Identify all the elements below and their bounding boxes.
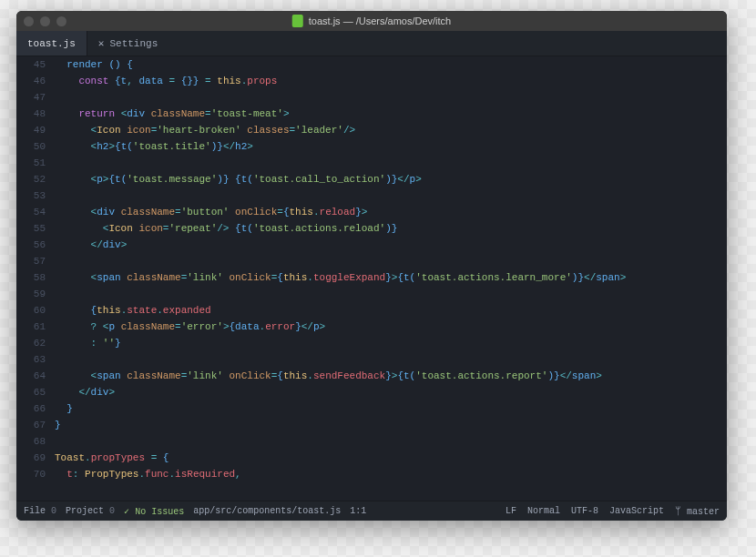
- line-number: 69: [16, 450, 46, 466]
- check-icon: [124, 507, 129, 517]
- code-line[interactable]: [55, 286, 727, 302]
- encoding[interactable]: UTF-8: [571, 506, 598, 516]
- traffic-lights: [24, 16, 66, 26]
- code-line[interactable]: ? <p className='error'>{data.error}</p>: [55, 319, 727, 335]
- code-line[interactable]: render () {: [55, 56, 727, 73]
- settings-button[interactable]: ✕ Settings: [87, 37, 169, 49]
- line-number: 53: [16, 187, 46, 204]
- tab-bar: toast.js ✕ Settings: [16, 31, 727, 56]
- line-number: 51: [16, 155, 46, 171]
- issues-status[interactable]: No Issues: [124, 506, 184, 517]
- editor-area[interactable]: 4546474849505152535455565758596061626364…: [16, 56, 727, 501]
- code-line[interactable]: Toast.propTypes = {: [55, 450, 727, 466]
- line-number: 49: [16, 122, 46, 138]
- line-number: 63: [16, 351, 46, 368]
- code-line[interactable]: [55, 155, 727, 171]
- code-line[interactable]: t: PropTypes.func.isRequired,: [55, 466, 727, 482]
- line-number: 50: [16, 138, 46, 155]
- cursor-position[interactable]: 1:1: [350, 506, 366, 516]
- editor-window: toast.js — /Users/amos/Dev/itch toast.js…: [16, 11, 727, 521]
- line-number: 56: [16, 237, 46, 253]
- line-number: 65: [16, 384, 46, 400]
- line-number: 67: [16, 417, 46, 433]
- settings-label: Settings: [109, 38, 158, 49]
- line-number-gutter: 4546474849505152535455565758596061626364…: [16, 56, 55, 501]
- git-branch[interactable]: master: [675, 506, 720, 517]
- code-line[interactable]: [55, 433, 727, 450]
- line-number: 52: [16, 171, 46, 187]
- line-number: 68: [16, 433, 46, 450]
- line-number: 55: [16, 220, 46, 237]
- branch-icon: [675, 507, 681, 517]
- code-line[interactable]: <Icon icon='repeat'/> {t('toast.actions.…: [55, 220, 727, 237]
- minimize-icon[interactable]: [40, 16, 50, 26]
- code-line[interactable]: {this.state.expanded: [55, 302, 727, 319]
- code-line[interactable]: <span className='link' onClick={this.sen…: [55, 368, 727, 384]
- code-line[interactable]: [55, 351, 727, 368]
- close-icon[interactable]: [24, 16, 34, 26]
- zoom-icon[interactable]: [56, 16, 66, 26]
- line-number: 70: [16, 466, 46, 482]
- code-line[interactable]: <h2>{t('toast.title')}</h2>: [55, 138, 727, 155]
- titlebar: toast.js — /Users/amos/Dev/itch: [16, 11, 727, 31]
- line-number: 61: [16, 319, 46, 335]
- code-line[interactable]: }: [55, 417, 727, 433]
- code-line[interactable]: [55, 253, 727, 269]
- line-number: 57: [16, 253, 46, 269]
- line-number: 66: [16, 400, 46, 417]
- code-line[interactable]: </div>: [55, 384, 727, 400]
- line-number: 46: [16, 73, 46, 89]
- line-number: 64: [16, 368, 46, 384]
- status-bar: File 0 Project 0 No Issues app/src/compo…: [16, 501, 727, 521]
- code-line[interactable]: return <div className='toast-meat'>: [55, 106, 727, 122]
- tab-toast-js[interactable]: toast.js: [16, 31, 87, 56]
- code-line[interactable]: const {t, data = {}} = this.props: [55, 73, 727, 89]
- line-number: 48: [16, 106, 46, 122]
- linter-project[interactable]: Project 0: [66, 506, 115, 516]
- file-path[interactable]: app/src/components/toast.js: [193, 506, 341, 516]
- code-line[interactable]: }: [55, 400, 727, 417]
- line-number: 47: [16, 89, 46, 106]
- code-line[interactable]: </div>: [55, 237, 727, 253]
- code-line[interactable]: <p>{t('toast.message')} {t('toast.call_t…: [55, 171, 727, 187]
- line-ending[interactable]: LF: [506, 506, 516, 516]
- wrench-icon: ✕: [98, 37, 105, 49]
- code-line[interactable]: [55, 187, 727, 204]
- line-number: 60: [16, 302, 46, 319]
- tab-label: toast.js: [27, 38, 76, 49]
- code-line[interactable]: [55, 89, 727, 106]
- code-line[interactable]: <span className='link' onClick={this.tog…: [55, 269, 727, 286]
- code-line[interactable]: <Icon icon='heart-broken' classes='leade…: [55, 122, 727, 138]
- line-number: 59: [16, 286, 46, 302]
- title-text: toast.js — /Users/amos/Dev/itch: [309, 15, 452, 26]
- linter-file[interactable]: File 0: [24, 506, 56, 516]
- line-number: 54: [16, 204, 46, 220]
- line-number: 45: [16, 56, 46, 73]
- code-line[interactable]: : ''}: [55, 335, 727, 351]
- window-title: toast.js — /Users/amos/Dev/itch: [292, 15, 452, 27]
- language-mode[interactable]: JavaScript: [609, 506, 664, 516]
- code-line[interactable]: <div className='button' onClick={this.re…: [55, 204, 727, 220]
- file-type-icon: [292, 15, 303, 27]
- line-number: 62: [16, 335, 46, 351]
- code-content[interactable]: render () { const {t, data = {}} = this.…: [55, 56, 727, 501]
- line-number: 58: [16, 269, 46, 286]
- vim-mode[interactable]: Normal: [527, 506, 560, 516]
